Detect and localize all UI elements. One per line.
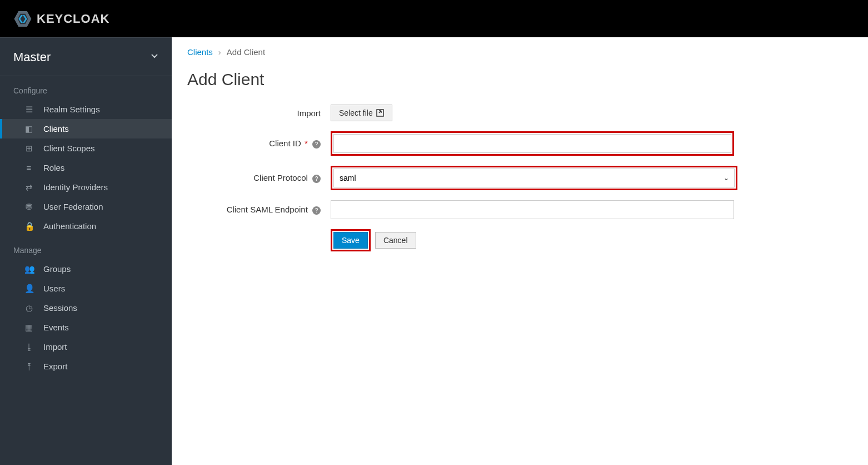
help-icon[interactable]: ? <box>312 175 321 183</box>
app-logo[interactable]: KEYCLOAK <box>13 9 109 28</box>
clock-icon: ◷ <box>24 303 33 313</box>
export-icon: ⭱ <box>24 362 33 371</box>
realm-name: Master <box>13 50 51 65</box>
sidebar-item-groups[interactable]: 👥 Groups <box>0 259 172 279</box>
breadcrumb-current: Add Client <box>227 47 265 57</box>
sidebar-section-configure: Configure <box>0 76 172 100</box>
client-protocol-label: Client Protocol ? <box>187 173 331 183</box>
help-icon[interactable]: ? <box>312 140 321 149</box>
sidebar-item-export[interactable]: ⭱ Export <box>0 357 172 376</box>
cancel-button[interactable]: Cancel <box>375 232 416 249</box>
sidebar-item-label: Import <box>43 342 67 352</box>
user-icon: 👤 <box>24 284 33 294</box>
sidebar-item-label: Authentication <box>43 221 96 231</box>
sidebar-item-import[interactable]: ⭳ Import <box>0 337 172 357</box>
breadcrumb-clients-link[interactable]: Clients <box>187 47 213 57</box>
client-id-label-text: Client ID <box>269 138 301 148</box>
sidebar-item-authentication[interactable]: 🔒 Authentication <box>0 216 172 236</box>
breadcrumb-separator: › <box>218 47 221 57</box>
sidebar-item-label: Sessions <box>43 303 77 313</box>
import-icon: ⭳ <box>24 342 33 352</box>
page-title: Add Client <box>187 70 852 89</box>
sliders-icon: ☰ <box>24 105 33 115</box>
client-id-label: Client ID * ? <box>187 138 331 149</box>
database-icon: ⛃ <box>24 202 33 212</box>
upload-icon <box>376 109 384 117</box>
sidebar-item-label: Groups <box>43 264 71 274</box>
sidebar-item-label: Client Scopes <box>43 144 95 153</box>
sidebar-item-label: Realm Settings <box>43 105 100 114</box>
sidebar-item-label: Users <box>43 284 65 293</box>
keycloak-logo-icon <box>13 9 32 28</box>
required-marker: * <box>305 138 308 148</box>
help-icon[interactable]: ? <box>312 206 321 215</box>
sidebar: Master Configure ☰ Realm Settings ◧ Clie… <box>0 37 172 465</box>
save-button[interactable]: Save <box>333 232 368 249</box>
cube-icon: ◧ <box>24 124 33 134</box>
client-protocol-label-text: Client Protocol <box>253 173 308 182</box>
import-label: Import <box>187 108 331 118</box>
sidebar-item-label: Events <box>43 323 69 332</box>
save-button-highlight: Save <box>331 229 371 251</box>
list-icon: ≡ <box>24 163 33 172</box>
calendar-icon: ▦ <box>24 323 33 333</box>
select-file-button-label: Select file <box>339 108 373 117</box>
main-content: Clients › Add Client Add Client Import S… <box>172 37 868 465</box>
scopes-icon: ⊞ <box>24 144 33 154</box>
sidebar-item-sessions[interactable]: ◷ Sessions <box>0 298 172 318</box>
sidebar-item-label: User Federation <box>43 202 103 211</box>
sidebar-item-label: Identity Providers <box>43 182 108 192</box>
realm-selector[interactable]: Master <box>0 38 172 76</box>
add-client-form: Import Select file Client ID * ? <box>187 105 743 251</box>
client-id-input[interactable] <box>333 134 731 153</box>
client-protocol-select[interactable]: saml <box>333 169 735 187</box>
app-name: KEYCLOAK <box>37 12 109 26</box>
topbar: KEYCLOAK <box>0 0 868 37</box>
sidebar-item-clients[interactable]: ◧ Clients <box>0 119 172 138</box>
client-saml-endpoint-label-text: Client SAML Endpoint <box>227 205 308 214</box>
chevron-down-icon <box>151 52 158 62</box>
client-id-highlight <box>331 131 734 156</box>
sidebar-section-manage: Manage <box>0 236 172 259</box>
sidebar-item-client-scopes[interactable]: ⊞ Client Scopes <box>0 138 172 158</box>
sidebar-item-label: Roles <box>43 163 64 172</box>
sidebar-item-realm-settings[interactable]: ☰ Realm Settings <box>0 100 172 119</box>
client-protocol-highlight: saml ⌄ <box>331 166 737 190</box>
client-saml-endpoint-input[interactable] <box>331 200 734 219</box>
sidebar-item-label: Export <box>43 362 67 371</box>
sidebar-item-user-federation[interactable]: ⛃ User Federation <box>0 197 172 216</box>
users-icon: 👥 <box>24 264 33 274</box>
sidebar-item-roles[interactable]: ≡ Roles <box>0 158 172 177</box>
select-file-button[interactable]: Select file <box>331 105 392 121</box>
lock-icon: 🔒 <box>24 221 33 231</box>
sidebar-item-events[interactable]: ▦ Events <box>0 318 172 337</box>
sidebar-item-identity-providers[interactable]: ⇄ Identity Providers <box>0 177 172 197</box>
client-saml-endpoint-label: Client SAML Endpoint ? <box>187 205 331 215</box>
breadcrumb: Clients › Add Client <box>187 47 852 57</box>
exchange-icon: ⇄ <box>24 182 33 192</box>
sidebar-item-users[interactable]: 👤 Users <box>0 279 172 298</box>
sidebar-item-label: Clients <box>43 124 69 133</box>
